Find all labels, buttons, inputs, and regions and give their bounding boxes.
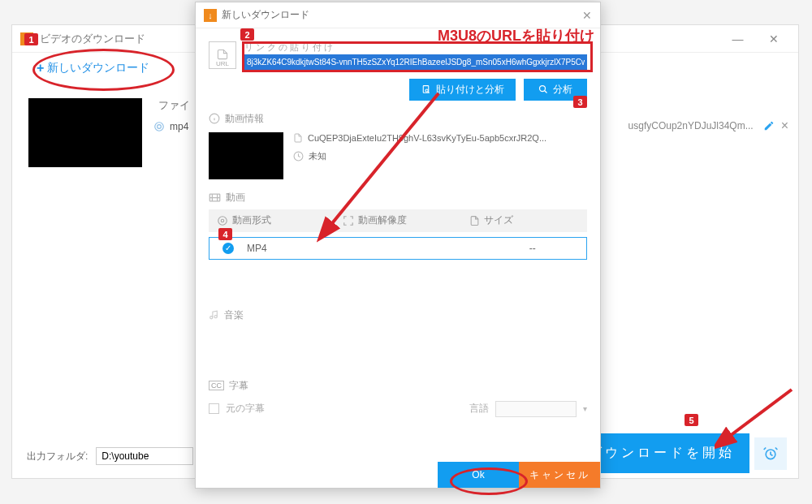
dialog-title: 新しいダウンロード: [222, 8, 309, 22]
start-download-label: ダウンロードを開始: [589, 446, 735, 459]
size-header-icon: [469, 215, 480, 226]
format-header-icon: [217, 215, 228, 226]
cc-icon: CC: [209, 381, 224, 390]
info-filename: CuQEP3DjaExteIu2TH9ghV-L63svKyTyEu-5apb5…: [308, 133, 546, 143]
analyze-button[interactable]: 分析: [524, 79, 587, 101]
minimize-button[interactable]: —: [722, 32, 754, 45]
ok-label: Ok: [472, 469, 484, 480]
cancel-button[interactable]: キャンセル: [519, 462, 600, 488]
video-thumbnail: [28, 98, 142, 167]
output-path-input[interactable]: [96, 447, 193, 465]
language-label: 言語: [469, 402, 489, 416]
plus-icon: +: [37, 61, 44, 75]
remove-task-button[interactable]: ×: [781, 118, 788, 133]
video-icon: [209, 192, 221, 203]
dialog-close-button[interactable]: ✕: [582, 9, 592, 22]
col-resolution: 動画解像度: [358, 213, 407, 227]
url-section-label: リンクの貼り付け: [244, 41, 587, 54]
svg-point-10: [221, 219, 224, 222]
paste-analyze-label: 貼り付けと分析: [436, 83, 504, 97]
clock-icon: [293, 151, 304, 162]
music-header: 音楽: [224, 308, 244, 322]
alarm-icon: [762, 446, 779, 462]
dialog-footer: Ok キャンセル: [196, 462, 600, 488]
chevron-down-icon: ▾: [583, 404, 587, 413]
info-duration: 未知: [309, 150, 326, 162]
svg-point-12: [214, 316, 217, 318]
info-thumbnail: [209, 132, 283, 179]
format-check-icon: ✓: [222, 243, 234, 254]
dialog-icon: ↓: [204, 9, 217, 22]
svg-point-11: [210, 317, 213, 319]
mp4-label: mp4: [170, 121, 188, 132]
info-header: 動画情報: [225, 112, 264, 126]
search-icon: [538, 84, 548, 94]
url-icon-label: URL: [216, 60, 229, 67]
music-icon: [209, 309, 219, 321]
dialog-titlebar: ↓ 新しいダウンロード ✕: [196, 2, 600, 28]
analyze-label: 分析: [553, 83, 572, 97]
new-download-label: 新しいダウンロード: [47, 61, 149, 75]
subtitle-header: 字幕: [229, 379, 248, 393]
target-icon: [153, 121, 165, 132]
alarm-button[interactable]: [754, 437, 787, 470]
close-button[interactable]: ✕: [758, 32, 790, 45]
edit-icon[interactable]: [763, 120, 775, 131]
info-icon: [209, 113, 220, 124]
svg-point-0: [155, 123, 164, 131]
app-icon: ↓: [20, 32, 33, 45]
file-column-header: ファイ: [158, 98, 190, 113]
original-sub-checkbox[interactable]: [209, 403, 219, 414]
svg-point-4: [425, 88, 428, 91]
ok-button[interactable]: Ok: [438, 462, 519, 488]
file-icon: [293, 132, 303, 144]
row-size: --: [470, 243, 586, 254]
svg-point-9: [218, 216, 227, 225]
format-table-header: 動画形式 動画解像度 サイズ: [209, 209, 587, 232]
cancel-label: キャンセル: [529, 469, 590, 480]
new-download-dialog: ↓ 新しいダウンロード ✕ URL リンクの貼り付け 貼り付けと分析: [195, 2, 601, 489]
url-input[interactable]: [244, 54, 587, 71]
main-title: ビデオのダウンロード: [40, 32, 145, 46]
col-format: 動画形式: [232, 213, 271, 227]
new-download-button[interactable]: + 新しいダウンロード: [37, 61, 149, 75]
resolution-header-icon: [343, 215, 354, 226]
original-sub-label: 元の字幕: [226, 402, 265, 416]
svg-point-5: [540, 86, 546, 92]
language-select[interactable]: [495, 401, 577, 417]
col-size: サイズ: [484, 213, 513, 227]
paste-analyze-button[interactable]: 貼り付けと分析: [409, 79, 516, 101]
window-controls: — ✕: [722, 32, 790, 46]
output-label: 出力フォルダ:: [27, 450, 88, 463]
clipboard-search-icon: [421, 84, 431, 95]
video-header: 動画: [226, 191, 245, 205]
output-folder-row: 出力フォルダ:: [27, 447, 193, 465]
svg-point-1: [158, 125, 162, 129]
url-icon: URL: [209, 41, 236, 69]
row-format: MP4: [239, 243, 355, 254]
format-row[interactable]: ✓ MP4 --: [209, 237, 587, 260]
